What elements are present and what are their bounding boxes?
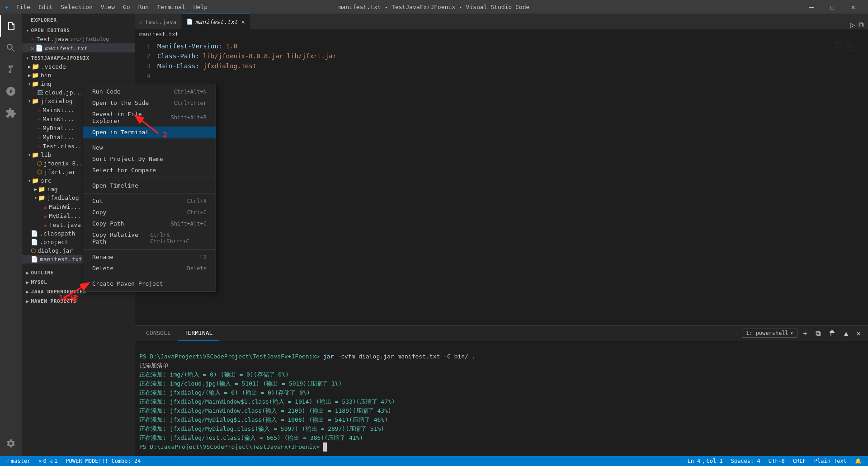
ctx-reveal-explorer-shortcut: Shift+Alt+R bbox=[171, 114, 207, 121]
menu-run[interactable]: Run bbox=[135, 3, 152, 11]
status-notifications[interactable]: 🔔 bbox=[853, 458, 863, 464]
close-button[interactable]: ✕ bbox=[843, 0, 863, 14]
java-icon: ☕ bbox=[37, 142, 41, 150]
minimize-button[interactable]: — bbox=[801, 0, 822, 14]
ctx-open-timeline[interactable]: Open Timeline bbox=[83, 180, 216, 191]
panel-tab-console[interactable]: CONSOLE bbox=[139, 325, 178, 341]
txt-file-icon: 📄 bbox=[35, 44, 43, 52]
sidebar-mainwindow2-label: MainWi... bbox=[42, 116, 74, 122]
tab-manifest-icon: 📄 bbox=[186, 19, 193, 25]
code-content[interactable]: Manifest-Version: 1.0Class-Path: lib/jfo… bbox=[157, 39, 832, 325]
ctx-reveal-explorer[interactable]: Reveal in File Explorer Shift+Alt+R bbox=[83, 108, 216, 127]
sidebar-mydial2-label: MyDial... bbox=[42, 134, 74, 141]
open-editors-section[interactable]: ▾ OPEN EDITORS bbox=[22, 25, 135, 34]
terminal-content[interactable]: PS D:\JavaProject\VSCodeProject\TestJava… bbox=[135, 341, 868, 456]
ctx-copy-path[interactable]: Copy Path Shift+Alt+C bbox=[83, 218, 216, 229]
terminal-trash-button[interactable]: 🗑 bbox=[826, 328, 839, 339]
panel-close-button[interactable]: ✕ bbox=[854, 328, 863, 339]
panel-controls: 1: powershell ▾ + ⧉ 🗑 ▲ ✕ bbox=[742, 328, 863, 339]
activity-explorer-icon[interactable] bbox=[0, 15, 22, 37]
outline-label: OUTLINE bbox=[31, 270, 54, 276]
menu-help[interactable]: Help bbox=[190, 3, 211, 11]
java-file-icon: ☕ bbox=[31, 35, 34, 42]
panel: CONSOLE TERMINAL 1: powershell ▾ + ⧉ 🗑 ▲… bbox=[135, 325, 868, 456]
maven-section[interactable]: ▶ MAVEN PROJECTS bbox=[22, 296, 135, 305]
ctx-cut[interactable]: Cut Ctrl+X bbox=[83, 195, 216, 207]
run-button[interactable]: ▷ bbox=[850, 20, 855, 29]
ctx-sep3 bbox=[83, 193, 216, 193]
panel-maximize-button[interactable]: ▲ bbox=[841, 328, 851, 339]
java-icon: ☕ bbox=[37, 124, 41, 132]
activity-debug-icon[interactable] bbox=[0, 80, 22, 102]
menu-go[interactable]: Go bbox=[119, 3, 134, 11]
tab-test-java-icon: ☕ bbox=[139, 19, 142, 25]
menu-view[interactable]: View bbox=[97, 3, 118, 11]
activity-search-icon[interactable] bbox=[0, 37, 22, 59]
status-errors[interactable]: ✕ 0 ⚠ 1 bbox=[37, 458, 59, 464]
sidebar-lib-label: lib bbox=[41, 151, 51, 158]
status-spaces[interactable]: Spaces: 4 bbox=[729, 458, 762, 464]
sidebar-vscode[interactable]: ▶ 📁 .vscode bbox=[22, 62, 135, 71]
open-editors-arrow: ▾ bbox=[26, 28, 29, 33]
ctx-sort[interactable]: Sort Project By Name bbox=[83, 153, 216, 165]
ctx-delete[interactable]: Delete Delete bbox=[83, 263, 216, 274]
ctx-run-code-shortcut: Ctrl+Alt+N bbox=[174, 89, 207, 95]
editor-area: ☕ Test.java 📄 manifest.txt ✕ ▷ ⧉ manifes… bbox=[135, 14, 868, 456]
ctx-select-compare[interactable]: Select for Compare bbox=[83, 165, 216, 176]
power-mode-label: POWER MODE!!! Combo: 24 bbox=[66, 458, 141, 464]
tab-manifest-close[interactable]: ✕ bbox=[241, 18, 245, 25]
ctx-sep5 bbox=[83, 276, 216, 276]
src-jfxdialog-folder-icon: 📁 bbox=[38, 194, 45, 201]
ctx-copy[interactable]: Copy Ctrl+C bbox=[83, 207, 216, 218]
terminal-add-button[interactable]: + bbox=[800, 328, 810, 339]
ctx-open-terminal-label: Open in Terminal bbox=[92, 129, 149, 136]
panel-tab-terminal[interactable]: TERMINAL bbox=[178, 325, 220, 341]
ctx-run-code[interactable]: Run Code Ctrl+Alt+N bbox=[83, 86, 216, 97]
ctx-copy-rel-path[interactable]: Copy Relative Path Ctrl+K Ctrl+Shift+C bbox=[83, 229, 216, 247]
terminal-name: 1: powershell bbox=[746, 330, 788, 336]
menu-terminal[interactable]: Terminal bbox=[153, 3, 189, 11]
activity-extensions-icon[interactable] bbox=[0, 102, 22, 124]
status-right: Ln 4, Col 1 Spaces: 4 UTF-8 CRLF Plain T… bbox=[685, 458, 863, 464]
tab-manifest-txt[interactable]: 📄 manifest.txt ✕ bbox=[182, 14, 250, 29]
sidebar-src-jfxdialog-label: jfxdialog bbox=[47, 194, 79, 201]
open-editor-manifest-txt[interactable]: ✕ 📄 manifest.txt bbox=[22, 43, 135, 52]
terminal-split-button[interactable]: ⧉ bbox=[813, 328, 823, 339]
status-line-ending[interactable]: CRLF bbox=[791, 458, 808, 464]
activity-source-control-icon[interactable] bbox=[0, 59, 22, 80]
editor-panel-container: 1 2 3 4 Manifest-Version: 1.0Class-Path:… bbox=[135, 39, 868, 456]
ctx-rename[interactable]: Rename F2 bbox=[83, 251, 216, 263]
ctx-create-maven[interactable]: Create Maven Project bbox=[83, 278, 216, 289]
split-editor-button[interactable]: ⧉ bbox=[859, 20, 863, 29]
activity-settings-icon[interactable] bbox=[0, 433, 22, 454]
menu-selection[interactable]: Selection bbox=[57, 3, 96, 11]
img-folder-icon: 📁 bbox=[32, 80, 39, 87]
tab-test-java-label: Test.java bbox=[145, 19, 176, 25]
status-bar: ⑂ master ✕ 0 ⚠ 1 POWER MODE!!! Combo: 24… bbox=[0, 456, 868, 466]
sidebar-bin[interactable]: ▶ 📁 bin bbox=[22, 71, 135, 80]
ctx-open-side[interactable]: Open to the Side Ctrl+Enter bbox=[83, 97, 216, 108]
ctx-new[interactable]: New bbox=[83, 142, 216, 153]
project-section[interactable]: ▾ TESTJAVAFX+JFOENIX bbox=[22, 52, 135, 62]
status-encoding[interactable]: UTF-8 bbox=[767, 458, 787, 464]
terminal-dropdown[interactable]: 1: powershell ▾ bbox=[742, 329, 797, 338]
status-ln-col[interactable]: Ln 4, Col 1 bbox=[685, 458, 724, 464]
tab-test-java[interactable]: ☕ Test.java bbox=[135, 14, 182, 29]
ctx-open-terminal[interactable]: Open in Terminal bbox=[83, 127, 216, 138]
open-editor-test-java[interactable]: ☕ Test.java src/jfxdialog bbox=[22, 34, 135, 43]
breadcrumb: manifest.txt bbox=[135, 29, 868, 39]
src-folder-icon: 📁 bbox=[32, 177, 39, 184]
maximize-button[interactable]: ☐ bbox=[822, 0, 843, 14]
bell-icon: 🔔 bbox=[855, 458, 862, 464]
status-language[interactable]: Plain Text bbox=[812, 458, 849, 464]
status-git[interactable]: ⑂ master bbox=[5, 458, 32, 464]
spaces-label: Spaces: 4 bbox=[731, 458, 760, 464]
editor-content[interactable]: 1 2 3 4 Manifest-Version: 1.0Class-Path:… bbox=[135, 39, 868, 325]
open-editor-manifest-close[interactable]: ✕ bbox=[31, 45, 34, 52]
ctx-copy-label: Copy bbox=[92, 209, 106, 216]
menu-file[interactable]: File bbox=[13, 3, 34, 11]
menu-edit[interactable]: Edit bbox=[35, 3, 56, 11]
ctx-new-label: New bbox=[92, 144, 103, 151]
src-img-folder-icon: 📁 bbox=[38, 186, 45, 193]
status-power-mode[interactable]: POWER MODE!!! Combo: 24 bbox=[64, 458, 142, 464]
